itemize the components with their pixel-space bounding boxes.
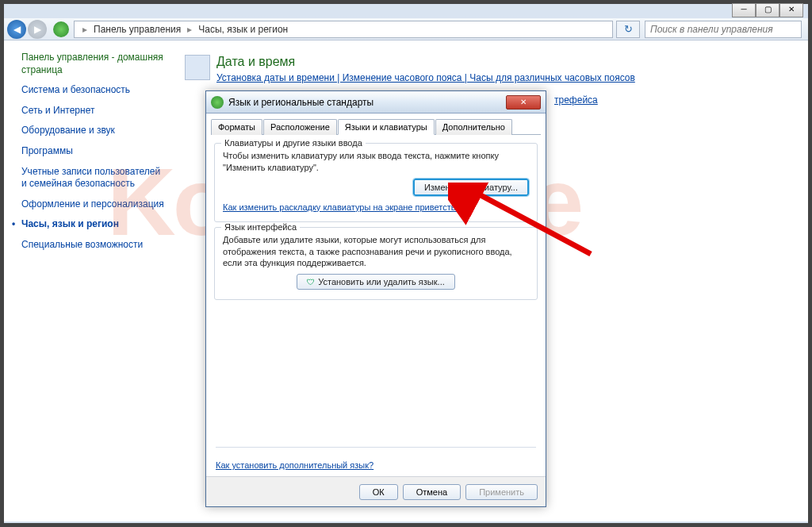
change-keyboard-button[interactable]: Изменить клавиатуру... xyxy=(413,179,529,196)
partial-link-interface[interactable]: трефейса xyxy=(554,94,598,106)
help-link-keyboard-welcome[interactable]: Как изменить раскладку клавиатуры на экр… xyxy=(223,202,465,212)
sidebar: Панель управления - домашняя страница Си… xyxy=(4,40,170,521)
forward-button[interactable]: ▶ xyxy=(28,20,47,39)
tab-additional[interactable]: Дополнительно xyxy=(435,119,512,135)
group-keyboards: Клавиатуры и другие языки ввода Чтобы из… xyxy=(214,143,538,222)
window-close-button[interactable]: ✕ xyxy=(779,3,803,17)
refresh-button[interactable]: ↻ xyxy=(616,21,640,38)
help-link-install-language[interactable]: Как установить дополнительный язык? xyxy=(216,460,373,470)
sidebar-item-accounts[interactable]: Учетные записи пользователей и семейная … xyxy=(21,166,166,190)
window-minimize-button[interactable]: ─ xyxy=(732,3,756,17)
dialog-title: Язык и региональные стандарты xyxy=(228,97,373,108)
sidebar-item-appearance[interactable]: Оформление и персонализация xyxy=(21,198,166,211)
tab-location[interactable]: Расположение xyxy=(263,119,337,135)
breadcrumb-sep-icon: ▸ xyxy=(187,24,192,35)
tab-keyboards-languages[interactable]: Языки и клавиатуры xyxy=(338,119,435,135)
sidebar-item-hardware-sound[interactable]: Оборудование и звук xyxy=(21,125,166,137)
window-maximize-button[interactable]: ▢ xyxy=(756,3,779,17)
sidebar-item-system-security[interactable]: Система и безопасность xyxy=(21,84,166,97)
sidebar-home-link[interactable]: Панель управления - домашняя страница xyxy=(21,52,166,76)
back-button[interactable]: ◀ xyxy=(7,20,26,39)
tab-formats[interactable]: Форматы xyxy=(211,119,262,135)
search-input[interactable] xyxy=(645,21,802,38)
group-title-keyboards: Клавиатуры и другие языки ввода xyxy=(221,138,366,148)
group-display-language: Язык интерфейса Добавьте или удалите язы… xyxy=(214,227,538,301)
sidebar-item-programs[interactable]: Программы xyxy=(21,145,166,158)
breadcrumb-sep-icon: ▸ xyxy=(82,24,87,35)
navigation-bar: ◀ ▶ ▸ Панель управления ▸ Часы, язык и р… xyxy=(4,18,808,40)
breadcrumb[interactable]: ▸ Панель управления ▸ Часы, язык и регио… xyxy=(74,21,613,38)
group-text-keyboards: Чтобы изменить клавиатуру или язык ввода… xyxy=(223,150,529,174)
cancel-button[interactable]: Отмена xyxy=(403,484,461,500)
control-panel-icon xyxy=(53,21,69,37)
apply-button[interactable]: Применить xyxy=(465,484,538,500)
dialog-close-button[interactable]: ✕ xyxy=(506,95,541,110)
dialog-footer: ОК Отмена Применить xyxy=(206,476,546,506)
sidebar-item-accessibility[interactable]: Специальные возможности xyxy=(21,239,166,252)
sidebar-item-network[interactable]: Сеть и Интернет xyxy=(21,105,166,117)
breadcrumb-root[interactable]: Панель управления xyxy=(94,24,181,35)
section-title-date-time: Дата и время xyxy=(216,55,643,69)
ok-button[interactable]: ОК xyxy=(359,484,398,500)
sidebar-item-clock-language-region[interactable]: Часы, язык и регион xyxy=(21,218,166,231)
dialog-titlebar[interactable]: Язык и региональные стандарты ✕ xyxy=(206,91,546,113)
breadcrumb-current[interactable]: Часы, язык и регион xyxy=(198,24,288,35)
install-uninstall-language-button[interactable]: Установить или удалить язык... xyxy=(297,274,455,290)
group-text-display-language: Добавьте или удалите языки, которые могу… xyxy=(223,234,529,270)
date-time-icon xyxy=(185,55,210,80)
globe-icon xyxy=(211,96,224,109)
region-language-dialog: Язык и региональные стандарты ✕ Форматы … xyxy=(205,90,546,507)
group-title-display-language: Язык интерфейса xyxy=(221,222,300,232)
section-links-date-time[interactable]: Установка даты и времени | Изменение час… xyxy=(216,72,643,83)
